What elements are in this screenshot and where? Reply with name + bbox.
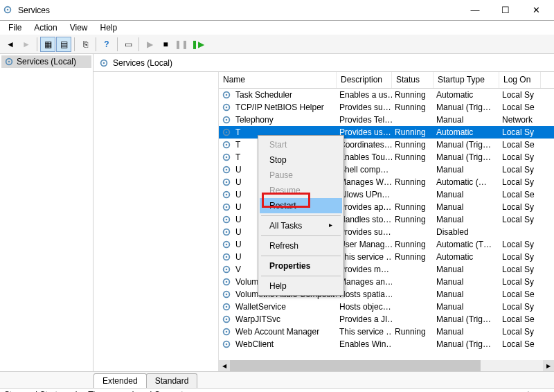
cell-description: Provides su… [337,102,392,113]
cell-status [392,169,434,170]
tree-pane: Services (Local) [0,54,93,371]
cell-startup: Manual [434,264,499,275]
gear-icon [222,265,231,274]
start-service-button[interactable]: ▶ [142,37,157,52]
cell-name: WalletService [233,301,337,312]
service-row[interactable]: TCP/IP NetBIOS HelperProvides su…Running… [219,101,554,114]
back-button[interactable]: ◄ [3,37,18,52]
cell-status [392,306,434,308]
cell-status [392,269,434,270]
gear-icon [222,314,231,324]
menu-view[interactable]: View [64,21,93,34]
cell-description: Hosts spatia… [337,289,392,300]
col-status[interactable]: Status [392,72,434,88]
tree-root-node[interactable]: Services (Local) [1,55,91,68]
ctx-refresh[interactable]: Refresh [260,238,342,253]
cell-startup: Manual [434,301,499,312]
service-row[interactable]: TelephonyProvides Tel…ManualNetwork [219,114,554,126]
ctx-start: Start [260,137,342,152]
service-row[interactable]: Web Account ManagerThis service …Running… [219,326,554,338]
stop-service-button[interactable]: ■ [158,37,173,52]
minimize-button[interactable]: — [460,0,490,20]
col-logon[interactable]: Log On [499,72,541,88]
gear-icon [222,277,231,287]
ctx-pause: Pause [260,168,342,183]
gear-icon [222,103,231,112]
restart-service-button[interactable]: ❚▶ [190,37,205,52]
maximize-button[interactable]: ☐ [490,0,521,20]
service-row[interactable]: WalletServiceHosts objec…ManualLocal Sy [219,301,554,313]
ctx-properties[interactable]: Properties [260,258,342,274]
col-name[interactable]: Name [219,72,337,88]
service-row[interactable]: Task SchedulerEnables a us…RunningAutoma… [219,89,554,101]
cell-description: Provides m… [337,264,392,275]
pause-service-button[interactable]: ❚❚ [174,37,189,52]
cell-description: Coordinates… [337,139,392,150]
cell-startup: Manual [434,202,499,213]
cell-startup: Manual [434,289,499,300]
cell-logon: Local Sy [499,164,541,175]
ctx-all-tasks[interactable]: All Tasks▸ [260,218,342,233]
tab-extended[interactable]: Extended [93,373,147,388]
help-button[interactable]: ? [99,37,114,52]
gear-icon [4,57,14,66]
cell-logon: Local Sy [499,127,541,138]
cell-startup: Manual [434,189,499,200]
ctx-restart[interactable]: Restart [260,198,342,213]
cell-startup: Manual (Trig… [434,339,499,350]
scroll-left-button[interactable]: ◀ [219,360,230,371]
cell-description: Provides a JI… [337,314,392,325]
cell-name: Task Scheduler [233,89,337,100]
submenu-arrow-icon: ▸ [329,221,332,229]
forward-button[interactable]: ► [19,37,34,52]
gear-icon [222,90,231,100]
cell-startup: Manual [434,276,499,287]
cell-status [392,294,434,295]
tab-standard[interactable]: Standard [146,373,198,388]
cell-status: Running [392,102,434,113]
cell-status: Running [392,251,434,262]
menu-help[interactable]: Help [95,21,123,34]
col-startup[interactable]: Startup Type [434,72,499,88]
menu-action[interactable]: Action [28,21,62,34]
service-row[interactable]: WarpJITSvcProvides a JI…Manual (Trig…Loc… [219,313,554,326]
toolbar: ◄ ► ▦ ▤ ⎘ ? ▭ ▶ ■ ❚❚ ❚▶ [0,35,554,54]
cell-logon: Local Sy [499,202,541,213]
close-button[interactable]: ✕ [521,0,551,20]
cell-description: Handles sto… [337,214,392,225]
gear-icon [222,152,231,162]
show-hide-tree-button[interactable]: ▦ [40,37,55,52]
cell-logon: Local Se [499,314,541,325]
context-menu: Start Stop Pause Resume Restart All Task… [258,135,344,296]
title-bar: Services — ☐ ✕ [0,0,554,21]
gear-icon [222,302,231,312]
ctx-stop[interactable]: Stop [260,152,342,168]
cell-logon: Local Sy [499,326,541,337]
cell-name: WebClient [233,339,337,350]
cell-name: TCP/IP NetBIOS Helper [233,102,337,113]
cell-logon: Local Sy [499,89,541,100]
cell-status [392,119,434,121]
tree-root-label: Services (Local) [17,57,76,66]
menu-file[interactable]: File [3,21,27,34]
cell-description: Shell comp… [337,164,392,175]
cell-startup: Automatic [434,89,499,100]
cell-status: Running [392,152,434,163]
properties-button[interactable]: ▭ [120,37,136,52]
scroll-thumb[interactable] [230,360,481,371]
gear-icon [222,252,231,262]
ctx-help[interactable]: Help [260,278,342,294]
ctx-resume: Resume [260,183,342,198]
service-row[interactable]: WebClientEnables Win…Manual (Trig…Local … [219,338,554,350]
cell-startup: Automatic [434,251,499,262]
horizontal-scrollbar[interactable]: ◀ ▶ [219,360,554,371]
cell-status: Running [392,177,434,188]
export-button[interactable]: ⎘ [78,37,93,52]
cell-logon: Local Sy [499,276,541,287]
cell-description: Provides ap… [337,202,392,213]
details-button[interactable]: ▤ [56,37,71,52]
col-description[interactable]: Description [337,72,392,88]
cell-name: Telephony [233,114,337,125]
scroll-right-button[interactable]: ▶ [543,360,554,371]
cell-logon: Local Sy [499,214,541,225]
